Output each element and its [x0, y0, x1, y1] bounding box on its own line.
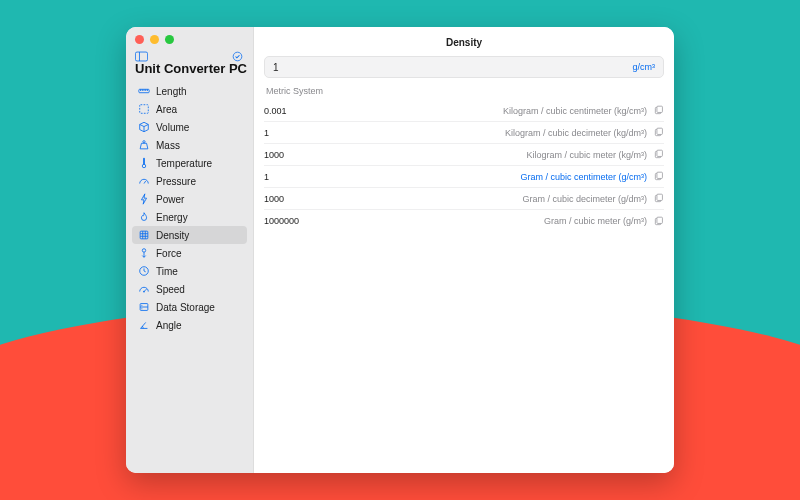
svg-rect-32 — [657, 150, 663, 156]
copy-icon[interactable] — [653, 216, 664, 227]
gauge-icon — [138, 175, 150, 187]
settings-icon[interactable] — [231, 48, 244, 59]
result-row: 1000000Gram / cubic meter (g/m³) — [264, 210, 664, 232]
result-label: Kilogram / cubic decimeter (kg/dm³) — [505, 128, 647, 138]
svg-rect-36 — [657, 194, 663, 200]
result-label: Kilogram / cubic centimeter (kg/cm³) — [503, 106, 647, 116]
zoom-window-button[interactable] — [165, 35, 174, 44]
page-title: Density — [254, 27, 674, 56]
angle-icon — [138, 319, 150, 331]
results-list: 0.001Kilogram / cubic centimeter (kg/cm³… — [254, 100, 674, 232]
svg-point-10 — [143, 141, 145, 143]
svg-line-22 — [144, 289, 147, 292]
result-row: 1000Gram / cubic decimeter (g/dm³) — [264, 188, 664, 210]
value-input[interactable] — [273, 62, 633, 73]
sidebar-item-label: Power — [156, 194, 184, 205]
sidebar-item-mass[interactable]: Mass — [132, 136, 247, 154]
sidebar-item-data-storage[interactable]: Data Storage — [132, 298, 247, 316]
section-label: Metric System — [254, 86, 674, 100]
svg-rect-34 — [657, 172, 663, 178]
sidebar-item-power[interactable]: Power — [132, 190, 247, 208]
copy-icon[interactable] — [653, 149, 664, 160]
sidebar-item-temperature[interactable]: Temperature — [132, 154, 247, 172]
main-panel: Density g/cm³ Metric System 0.001Kilogra… — [254, 27, 674, 473]
value-input-row: g/cm³ — [264, 56, 664, 78]
svg-rect-28 — [657, 106, 663, 112]
result-row: 1000Kilogram / cubic meter (kg/m³) — [264, 144, 664, 166]
clock-icon — [138, 265, 150, 277]
sidebar-toggle-icon[interactable] — [135, 48, 148, 59]
sidebar-item-label: Speed — [156, 284, 185, 295]
result-label: Kilogram / cubic meter (kg/m³) — [526, 150, 647, 160]
sidebar-item-length[interactable]: Length — [132, 82, 247, 100]
thermometer-icon — [138, 157, 150, 169]
window-controls — [126, 27, 253, 48]
svg-rect-13 — [140, 231, 148, 239]
sidebar-item-label: Energy — [156, 212, 188, 223]
sidebar-nav: LengthAreaVolumeMassTemperaturePressureP… — [126, 82, 253, 334]
sidebar-item-label: Angle — [156, 320, 182, 331]
sidebar-item-label: Force — [156, 248, 182, 259]
result-label: Gram / cubic decimeter (g/dm³) — [522, 194, 647, 204]
copy-icon[interactable] — [653, 171, 664, 182]
sidebar-item-force[interactable]: Force — [132, 244, 247, 262]
app-window: Unit Converter PC LengthAreaVolumeMassTe… — [126, 27, 674, 473]
sidebar-item-angle[interactable]: Angle — [132, 316, 247, 334]
sidebar-item-label: Mass — [156, 140, 180, 151]
sidebar-item-speed[interactable]: Speed — [132, 280, 247, 298]
copy-icon[interactable] — [653, 127, 664, 138]
sidebar-item-area[interactable]: Area — [132, 100, 247, 118]
square-dashed-icon — [138, 103, 150, 115]
sidebar-item-label: Temperature — [156, 158, 212, 169]
svg-rect-0 — [135, 52, 147, 61]
sidebar-item-label: Pressure — [156, 176, 196, 187]
sidebar-item-label: Volume — [156, 122, 189, 133]
sidebar-item-density[interactable]: Density — [132, 226, 247, 244]
sidebar-item-label: Data Storage — [156, 302, 215, 313]
sidebar-item-label: Density — [156, 230, 189, 241]
svg-point-26 — [141, 308, 142, 309]
svg-point-25 — [141, 305, 142, 306]
result-row: 1Kilogram / cubic decimeter (kg/dm³) — [264, 122, 664, 144]
copy-icon[interactable] — [653, 105, 664, 116]
app-title: Unit Converter PC — [126, 61, 253, 82]
copy-icon[interactable] — [653, 193, 664, 204]
sidebar-item-pressure[interactable]: Pressure — [132, 172, 247, 190]
force-icon — [138, 247, 150, 259]
svg-line-12 — [144, 181, 146, 184]
sidebar-item-time[interactable]: Time — [132, 262, 247, 280]
result-label: Gram / cubic centimeter (g/cm³) — [520, 172, 647, 182]
scalemass-icon — [138, 139, 150, 151]
sidebar-item-volume[interactable]: Volume — [132, 118, 247, 136]
svg-rect-38 — [657, 217, 663, 223]
svg-point-18 — [142, 249, 145, 252]
ruler-icon — [138, 85, 150, 97]
result-row: 0.001Kilogram / cubic centimeter (kg/cm³… — [264, 100, 664, 122]
result-value: 1000 — [264, 194, 284, 204]
flame-icon — [138, 211, 150, 223]
unit-selector[interactable]: g/cm³ — [633, 62, 656, 72]
cube-icon — [138, 121, 150, 133]
result-label: Gram / cubic meter (g/m³) — [544, 216, 647, 226]
result-value: 1000 — [264, 150, 284, 160]
svg-point-11 — [142, 164, 145, 167]
bolt-icon — [138, 193, 150, 205]
sidebar-item-label: Area — [156, 104, 177, 115]
density-icon — [138, 229, 150, 241]
result-value: 1 — [264, 172, 269, 182]
speedometer-icon — [138, 283, 150, 295]
result-value: 0.001 — [264, 106, 287, 116]
result-value: 1 — [264, 128, 269, 138]
minimize-window-button[interactable] — [150, 35, 159, 44]
close-window-button[interactable] — [135, 35, 144, 44]
result-value: 1000000 — [264, 216, 299, 226]
svg-rect-30 — [657, 128, 663, 134]
result-row: 1Gram / cubic centimeter (g/cm³) — [264, 166, 664, 188]
sidebar: Unit Converter PC LengthAreaVolumeMassTe… — [126, 27, 254, 473]
storage-icon — [138, 301, 150, 313]
sidebar-item-label: Length — [156, 86, 187, 97]
sidebar-item-energy[interactable]: Energy — [132, 208, 247, 226]
svg-rect-9 — [140, 105, 149, 114]
sidebar-item-label: Time — [156, 266, 178, 277]
